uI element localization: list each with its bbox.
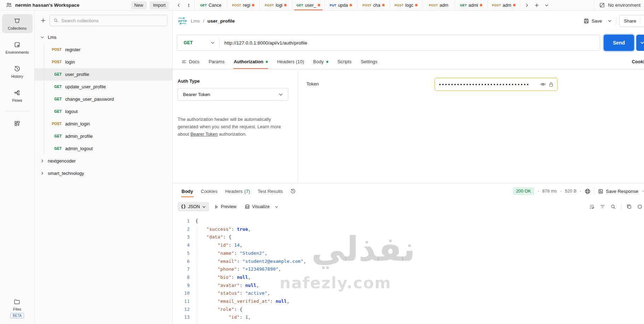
token-input[interactable]: •••••••••••••••••••••••••••••• [435,78,558,91]
save-response-button[interactable]: Save Response [598,189,638,194]
request-tab[interactable]: t [183,0,195,10]
tab-params[interactable]: Params [204,54,229,69]
request-tab[interactable]: GETadmi [455,0,488,10]
rail-item-apps[interactable] [2,117,33,130]
response-time[interactable]: 878 ms [542,189,557,194]
tab-headers-[interactable]: Headers (10) [272,54,309,69]
filter-icon[interactable] [600,204,605,210]
auth-type-dropdown[interactable]: Bearer Token [178,88,288,101]
status-badge[interactable]: 200 OK [513,187,534,195]
workspace-name[interactable]: nermin hassan's Workspace [15,2,128,8]
breadcrumb-request-name[interactable]: user_profile [207,18,235,24]
add-collection-icon[interactable] [40,18,46,23]
request-row-login[interactable]: POSTlogin [35,56,172,68]
request-tab[interactable]: POSTlogc [390,0,422,10]
preview-button[interactable]: Preview [211,202,240,211]
environment-selector[interactable]: No environment [594,0,644,10]
rail-item-files[interactable]: Files BETA [10,298,24,318]
clipped-edge-icon[interactable] [637,204,643,210]
request-row-admin_logout[interactable]: GETadmin_logout [35,142,172,155]
new-tab-icon[interactable] [532,1,541,10]
save-button[interactable]: Save [582,16,604,26]
request-row-admin_profile[interactable]: GETadmin_profile [35,130,172,142]
send-options-chevron-icon[interactable] [636,35,644,51]
chevron-down-icon [211,41,215,45]
url-input[interactable]: http://127.0.0.1:8000/api/v1/auth/profil… [219,35,600,51]
tab-body[interactable]: Body [309,54,333,69]
method-dropdown[interactable]: GET [177,35,219,51]
request-tab[interactable]: POSTregi [227,0,260,10]
tabs-menu-chevron-icon[interactable] [542,1,551,10]
line-content: "data": { [195,233,231,241]
request-tab[interactable]: POSTlogi [260,0,292,10]
network-globe-icon[interactable] [585,188,591,194]
import-button[interactable]: Import [150,1,169,9]
vault-lock-warning-icon[interactable] [548,81,554,88]
response-history-icon[interactable] [287,183,299,199]
search-collections-input[interactable] [61,18,163,23]
rail-item-flows[interactable]: Flows [2,86,33,105]
request-tab[interactable]: POSTadm [422,0,455,10]
cookies-link[interactable]: Cookies [632,54,644,69]
tabs-scroll-right-icon[interactable] [522,1,531,10]
request-row-logout[interactable]: GETlogout [35,105,172,118]
send-button[interactable]: Send [604,35,634,51]
response-tab-headers[interactable]: Headers(7) [221,183,254,199]
request-tab[interactable]: POSTadm [488,0,520,10]
request-tab[interactable]: GETCance [195,0,227,10]
chevron-right-icon[interactable] [40,159,44,163]
chevron-down-icon[interactable] [40,35,44,39]
request-tab[interactable]: POSTcha [357,0,390,10]
unsaved-dot [252,4,254,6]
show-token-eye-icon[interactable] [540,81,546,87]
visualize-button[interactable]: Visualize [241,202,273,211]
request-row-user_profile[interactable]: GETuser_profile [35,68,172,81]
tab-scripts[interactable]: Scripts [333,54,356,69]
code-token [195,290,218,296]
rail-item-history[interactable]: History [2,62,33,81]
response-format-dropdown[interactable]: {} JSON [178,202,209,211]
code-token: : [270,299,276,304]
request-tab[interactable]: GETuser_ [292,0,325,10]
tab-authorization[interactable]: Authorization [229,54,272,69]
collection-row-Lms[interactable]: Lms [35,31,172,43]
new-button[interactable]: New [131,1,147,9]
search-collections-box[interactable] [50,15,167,26]
tabs-scroll-left-icon[interactable] [174,0,183,10]
tab-label: cha [373,3,380,8]
share-button[interactable]: Share [619,15,644,27]
rail-item-environments[interactable]: Environments [2,38,33,57]
rail-item-label: Environments [5,50,29,54]
request-row-register[interactable]: POSTregister [35,43,172,56]
line-number: 1 [173,217,195,225]
tab-docs[interactable]: Docs [177,54,204,69]
collection-row-smart_technology[interactable]: smart_technology [35,167,172,179]
breadcrumb-collection[interactable]: Lms [191,18,200,24]
code-line: 4 "id": 14, [173,241,644,249]
response-size[interactable]: 520 B [565,189,577,194]
response-tab-test-results[interactable]: Test Results [254,183,287,199]
tab-settings[interactable]: Settings [356,54,382,69]
request-row-admin_login[interactable]: POSTadmin_login [35,118,172,130]
request-tab[interactable]: PUTupda [325,0,357,10]
bearer-token-link[interactable]: Bearer Token [190,131,218,137]
authorization-panel: Auth Type Bearer Token The authorization… [173,69,644,183]
more-options-icon[interactable] [642,189,644,194]
response-tab-body[interactable]: Body [178,183,197,199]
request-row-change_user_password[interactable]: GETchange_user_password [35,93,172,105]
wrap-text-icon[interactable] [589,204,595,210]
rail-item-collections[interactable]: Collections [2,14,33,33]
response-tab-cookies[interactable]: Cookies [197,183,222,199]
request-row-update_user_profile[interactable]: GETupdate_user_profile [35,81,172,93]
collection-row-nextgencoder[interactable]: nextgencoder [35,155,172,167]
chevron-right-icon[interactable] [40,171,44,175]
save-options-chevron-icon[interactable] [606,17,613,24]
code-token: "student2@example.com" [242,259,303,264]
copy-icon[interactable] [626,204,632,210]
code-token: , [240,242,242,248]
method-label: GET [46,110,62,113]
response-body-json[interactable]: 1{2 "success": true,3 "data": {4 "id": 1… [173,214,644,324]
line-number: 6 [173,258,195,266]
visualize-chevron-icon[interactable] [275,205,278,209]
search-response-icon[interactable] [610,204,616,210]
